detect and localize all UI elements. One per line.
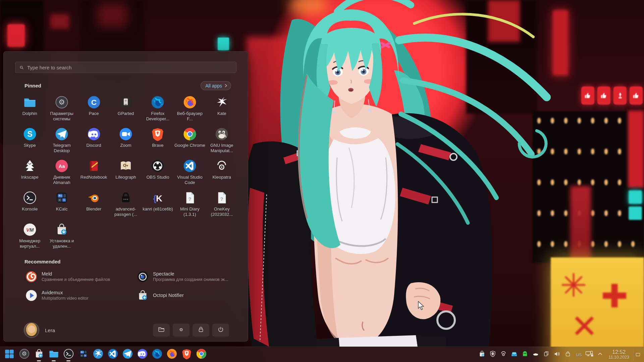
pinned-app-onekey[interactable]: ?OneKey (2023032... <box>206 189 238 221</box>
pinned-app-vm-manager[interactable]: VMМенеджер виртуал... <box>14 221 46 253</box>
taskbar-app-google-chrome[interactable] <box>194 348 208 362</box>
pinned-app-firefox-browser[interactable]: Веб-браузер F... <box>174 94 206 125</box>
pinned-app-kcalc[interactable]: +−×=KCalc <box>46 189 77 221</box>
app-label: Konsole <box>22 206 38 212</box>
lifeograph-icon <box>119 159 133 173</box>
pinned-app-vscode[interactable]: Visual Studio Code <box>174 157 206 189</box>
tray-package-updates[interactable] <box>477 350 487 360</box>
taskbar-app-konsole[interactable] <box>61 348 75 362</box>
tray-vault[interactable] <box>563 350 573 360</box>
app-label: Параметры системы <box>46 111 77 122</box>
pinned-app-mini-diary[interactable]: ?Mini Diary (1.3.1) <box>174 189 206 221</box>
pinned-app-zoom[interactable]: Zoom <box>110 125 142 157</box>
pinned-app-dolphin[interactable]: Dolphin <box>14 94 46 125</box>
tray-mail-inbox[interactable] <box>509 350 519 360</box>
taskbar-app-firefox[interactable] <box>165 348 179 362</box>
pinned-app-firefox-developer[interactable]: Firefox Developer... <box>142 94 174 125</box>
username: Lera <box>45 327 55 333</box>
files-button[interactable] <box>153 324 170 337</box>
app-launcher-icon <box>3 348 15 361</box>
tray-expand-tray[interactable] <box>595 350 605 360</box>
user-avatar[interactable] <box>24 322 39 338</box>
pinned-app-blender[interactable]: Blender <box>78 189 110 221</box>
svg-text:M: M <box>30 227 34 233</box>
taskbar-app-system-settings[interactable]: ⚙ <box>17 348 31 362</box>
pinned-app-telegram-desktop[interactable]: Telegram Desktop <box>46 125 77 157</box>
taskbar-app-kate[interactable] <box>91 348 105 362</box>
clipboard-icon <box>543 350 550 359</box>
lock-button[interactable] <box>193 324 209 337</box>
system-tray: us 12:52 11.10.2023 <box>477 349 642 361</box>
tray-network[interactable] <box>584 350 594 360</box>
tray-clipboard[interactable] <box>541 350 551 360</box>
kanri-icon: {K <box>151 191 165 205</box>
pinned-app-kanri[interactable]: {Kkanri (e81ce6b) <box>142 189 174 221</box>
settings-button[interactable]: ⚙ <box>173 324 190 337</box>
pinned-app-google-chrome[interactable]: Google Chrome <box>174 125 206 157</box>
pinned-app-almanah[interactable]: AaДневник Almanah <box>46 157 77 189</box>
app-label: Zoom <box>120 143 131 148</box>
audio-volume-icon <box>553 350 561 359</box>
app-title: Avidemux <box>42 290 89 295</box>
application-launcher-button[interactable] <box>2 348 16 362</box>
digital-clock[interactable]: 12:52 11.10.2023 <box>606 349 633 360</box>
svg-text:=: = <box>85 354 86 357</box>
app-label: Pace <box>89 111 99 116</box>
firefox-icon <box>166 348 177 361</box>
app-label: Lifeograph <box>115 175 136 180</box>
pinned-app-inkscape[interactable]: Inkscape <box>14 157 46 189</box>
power-button[interactable] <box>212 324 229 337</box>
pinned-app-discord[interactable]: Discord <box>78 125 110 157</box>
chevron-right-icon <box>223 83 228 88</box>
pinned-app-system-settings[interactable]: ⚙Параметры системы <box>46 94 77 125</box>
pinned-app-konsole[interactable]: Konsole <box>14 189 46 221</box>
telegram-icon <box>55 127 69 141</box>
tray-shield[interactable] <box>488 350 498 360</box>
tray-kleopatra-tray[interactable] <box>498 350 508 360</box>
tray-audio-volume[interactable] <box>552 350 562 360</box>
pinned-app-kate[interactable]: Kate <box>206 94 238 125</box>
taskbar-app-telegram[interactable] <box>120 348 135 362</box>
app-label: Skype <box>24 143 36 148</box>
tray-ufo[interactable] <box>531 350 541 360</box>
spectacle-icon <box>137 270 149 283</box>
pinned-app-gparted[interactable]: GParted <box>110 94 142 125</box>
all-apps-button[interactable]: All apps <box>201 81 231 90</box>
app-label: Brave <box>152 143 163 148</box>
application-launcher-panel: Pinned All apps Dolphin⚙Параметры систем… <box>3 51 248 342</box>
search-bar[interactable] <box>15 62 236 73</box>
recommended-app-octopi-notifier[interactable]: Octopi Notifier <box>125 286 236 305</box>
search-icon <box>19 65 24 70</box>
pinned-app-rednotebook[interactable]: RedNotebook <box>78 157 110 189</box>
show-desktop-button[interactable] <box>633 349 642 361</box>
app-title: Spectacle <box>153 271 228 277</box>
svg-text:⚙: ⚙ <box>58 98 65 106</box>
taskbar-app-discord[interactable] <box>135 348 149 362</box>
telegram-icon <box>122 348 133 361</box>
filequestion-icon: ? <box>183 191 197 205</box>
taskbar-app-vscode[interactable] <box>106 348 120 362</box>
power-icon <box>217 325 225 335</box>
ghost-icon <box>521 350 529 359</box>
pinned-app-brave[interactable]: Brave <box>142 125 174 157</box>
pinned-app-skype[interactable]: SSkype <box>14 125 46 157</box>
pinned-app-obs-studio[interactable]: OBS Studio <box>142 157 174 189</box>
pinned-app-advanced-passgen[interactable]: advanced-passgen (... <box>110 189 142 221</box>
recommended-app-avidemux[interactable]: AvidemuxMultiplatform video editor <box>14 286 125 305</box>
pinned-app-install-remove[interactable]: Установка и удален... <box>46 221 77 253</box>
recommended-app-meld[interactable]: MeldСравнение и объединение файлов <box>14 267 125 286</box>
taskbar-app-octopi[interactable] <box>32 348 46 362</box>
taskbar-app-firefox-developer[interactable] <box>150 348 164 362</box>
keyboard-layout-indicator[interactable]: us <box>574 351 584 358</box>
taskbar-app-dolphin[interactable] <box>47 348 61 362</box>
pinned-app-kleopatra[interactable]: Kleopatra <box>206 157 238 189</box>
taskbar-app-kcalc[interactable]: +−×= <box>76 348 90 362</box>
pinned-app-gimp[interactable]: GNU Image Manipulat... <box>206 125 238 157</box>
clock-date: 11.10.2023 <box>608 355 629 360</box>
search-input[interactable] <box>27 65 233 70</box>
taskbar-app-brave[interactable] <box>179 348 194 362</box>
pinned-app-lifeograph[interactable]: Lifeograph <box>110 157 142 189</box>
recommended-app-spectacle[interactable]: SpectacleПрограмма для создания снимков … <box>125 267 236 286</box>
pinned-app-pace[interactable]: CPace <box>78 94 110 125</box>
tray-ghost[interactable] <box>520 350 530 360</box>
